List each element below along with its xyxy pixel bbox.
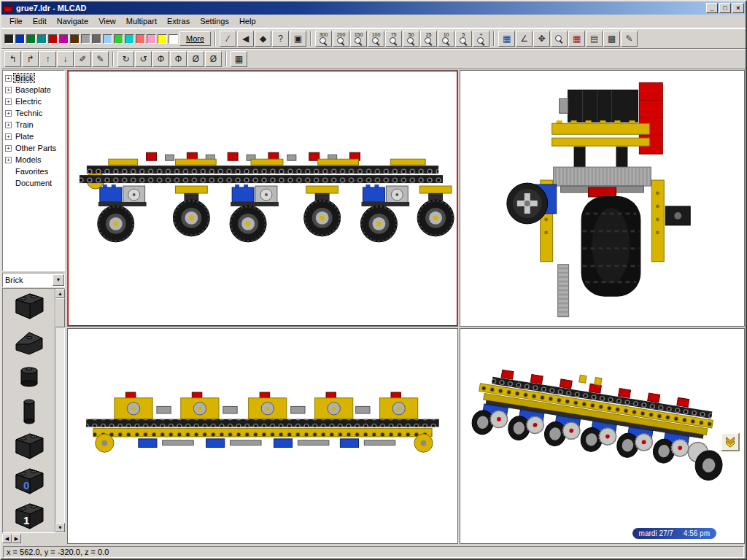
scroll-down-icon[interactable]: ▼ bbox=[55, 523, 65, 532]
grid-step-button[interactable]: ▦ bbox=[231, 51, 247, 67]
scroll-left-icon[interactable]: ◀ bbox=[2, 534, 12, 543]
expand-icon[interactable]: + bbox=[5, 145, 12, 152]
tree-item-train[interactable]: +Train bbox=[4, 119, 64, 131]
zoom-custom-button[interactable]: + bbox=[473, 31, 489, 47]
expand-icon[interactable]: + bbox=[5, 75, 12, 82]
fill-polygon-button[interactable]: ◆ bbox=[255, 31, 271, 47]
step-forward-button[interactable] bbox=[721, 432, 740, 451]
grid-medium-button[interactable]: ▤ bbox=[586, 31, 603, 47]
viewport-top-right[interactable] bbox=[460, 70, 745, 327]
move-up-button[interactable]: ↑ bbox=[39, 51, 56, 67]
viewport-top-left[interactable] bbox=[67, 70, 458, 327]
part-brick-print-1[interactable]: 1 bbox=[3, 499, 55, 532]
color-swatch-14[interactable] bbox=[158, 34, 167, 44]
scrollbar-thumb[interactable] bbox=[55, 298, 65, 327]
color-swatch-6[interactable] bbox=[70, 34, 80, 44]
part-brick-corner[interactable] bbox=[3, 324, 55, 359]
color-swatch-0[interactable] bbox=[4, 34, 14, 44]
zoom-75-button[interactable]: 75 bbox=[385, 31, 402, 47]
multiview-layout-button[interactable]: ▦ bbox=[498, 31, 515, 47]
parts-hscrollbar[interactable]: ◀ ▶ bbox=[2, 534, 65, 544]
zoom-25-button[interactable]: 25 bbox=[420, 31, 437, 47]
pan-view-button[interactable]: ✥ bbox=[533, 31, 550, 47]
query-part-button[interactable]: ? bbox=[272, 31, 289, 47]
category-dropdown[interactable]: Brick ▼ bbox=[2, 273, 65, 287]
expand-icon[interactable]: + bbox=[5, 87, 12, 93]
expand-icon[interactable]: + bbox=[5, 98, 12, 105]
color-swatch-9[interactable] bbox=[103, 34, 112, 44]
color-swatch-8[interactable] bbox=[92, 34, 101, 44]
expand-icon[interactable]: + bbox=[5, 157, 12, 163]
viewport-bottom-right[interactable]: mardi 27/7 4:56 pm bbox=[460, 328, 745, 544]
grid-fine-button[interactable]: ▩ bbox=[603, 31, 620, 47]
tree-item-other-parts[interactable]: +Other Parts bbox=[4, 142, 64, 154]
rotate-z-cw-button[interactable]: Ø bbox=[187, 51, 204, 67]
color-swatch-13[interactable] bbox=[147, 34, 156, 44]
move-right-button[interactable]: ↱ bbox=[22, 51, 39, 67]
expand-icon[interactable]: + bbox=[5, 122, 12, 128]
color-swatch-11[interactable] bbox=[125, 34, 134, 44]
tree-item-technic[interactable]: +Technic bbox=[4, 107, 64, 119]
tree-item-plate[interactable]: +Plate bbox=[4, 131, 64, 142]
rotate-z-ccw-button[interactable]: Ø bbox=[205, 51, 222, 67]
grid-coarse-button[interactable]: ▦ bbox=[568, 31, 585, 47]
menu-file[interactable]: File bbox=[4, 15, 28, 27]
zoom-150-button[interactable]: 150 bbox=[350, 31, 367, 47]
edit-mode-button[interactable]: ✐ bbox=[74, 51, 91, 67]
close-button[interactable]: × bbox=[732, 3, 744, 13]
rotate-x-cw-button[interactable]: ↻ bbox=[117, 51, 134, 67]
color-swatch-15[interactable] bbox=[169, 34, 178, 44]
menu-edit[interactable]: Edit bbox=[28, 15, 52, 27]
zoom-100-button[interactable]: 100 bbox=[368, 31, 384, 47]
part-brick-print-0[interactable]: 0 bbox=[3, 464, 55, 499]
color-swatch-2[interactable] bbox=[26, 34, 36, 44]
color-swatch-12[interactable] bbox=[136, 34, 145, 44]
tree-item-brick[interactable]: +Brick bbox=[4, 72, 64, 84]
expert-window-button[interactable]: ▣ bbox=[290, 31, 306, 47]
color-swatch-3[interactable] bbox=[37, 34, 47, 44]
minimize-button[interactable]: _ bbox=[706, 3, 718, 13]
menu-navigate[interactable]: Navigate bbox=[52, 15, 93, 27]
tree-item-document[interactable]: Document bbox=[4, 177, 64, 189]
rotate-y-cw-button[interactable]: Φ bbox=[152, 51, 169, 67]
rotate-y-ccw-button[interactable]: Φ bbox=[170, 51, 187, 67]
zoom-5-button[interactable]: 5 bbox=[455, 31, 472, 47]
draw-mode-button[interactable]: ✎ bbox=[92, 51, 109, 67]
draw-line-button[interactable]: ∕ bbox=[220, 31, 236, 47]
select-arrow-button[interactable]: ◀ bbox=[237, 31, 254, 47]
menu-help[interactable]: Help bbox=[234, 15, 261, 27]
expand-icon[interactable]: + bbox=[5, 133, 12, 140]
ruler-button[interactable]: ∠ bbox=[516, 31, 533, 47]
part-brick-2x2-plain[interactable] bbox=[3, 429, 55, 464]
part-brick-round-2x2[interactable] bbox=[3, 359, 55, 394]
zoom-10-button[interactable]: 10 bbox=[438, 31, 454, 47]
tree-item-favorites[interactable]: Favorites bbox=[4, 166, 64, 177]
menu-view[interactable]: View bbox=[93, 15, 121, 27]
zoom-window-button[interactable] bbox=[551, 31, 568, 47]
expand-icon[interactable]: + bbox=[5, 110, 12, 117]
more-colors-button[interactable]: More bbox=[179, 31, 211, 46]
scroll-right-icon[interactable]: ▶ bbox=[12, 534, 21, 543]
tree-item-electric[interactable]: +Electric bbox=[4, 96, 64, 107]
color-swatch-1[interactable] bbox=[15, 34, 25, 44]
move-down-button[interactable]: ↓ bbox=[57, 51, 74, 67]
dropdown-arrow-icon[interactable]: ▼ bbox=[53, 274, 64, 286]
color-swatch-10[interactable] bbox=[114, 34, 123, 44]
menu-multipart[interactable]: Multipart bbox=[121, 15, 162, 27]
tree-item-baseplate[interactable]: +Baseplate bbox=[4, 84, 64, 96]
menu-extras[interactable]: Extras bbox=[162, 15, 195, 27]
color-swatch-5[interactable] bbox=[59, 34, 69, 44]
rotate-x-ccw-button[interactable]: ↺ bbox=[135, 51, 152, 67]
tree-item-models[interactable]: +Models bbox=[4, 154, 64, 166]
zoom-300-button[interactable]: 300 bbox=[315, 31, 332, 47]
zoom-200-button[interactable]: 200 bbox=[333, 31, 349, 47]
move-left-button[interactable]: ↰ bbox=[4, 51, 21, 67]
zoom-50-button[interactable]: 50 bbox=[403, 31, 419, 47]
part-brick-cylinder[interactable] bbox=[3, 394, 55, 429]
color-swatch-7[interactable] bbox=[81, 34, 90, 44]
maximize-button[interactable]: □ bbox=[719, 3, 731, 13]
scroll-up-icon[interactable]: ▲ bbox=[55, 289, 65, 298]
edit-annotation-button[interactable]: ✎ bbox=[621, 31, 638, 47]
parts-scrollbar[interactable]: ▲ ▼ bbox=[55, 289, 64, 532]
part-brick-2x2[interactable] bbox=[3, 289, 55, 324]
